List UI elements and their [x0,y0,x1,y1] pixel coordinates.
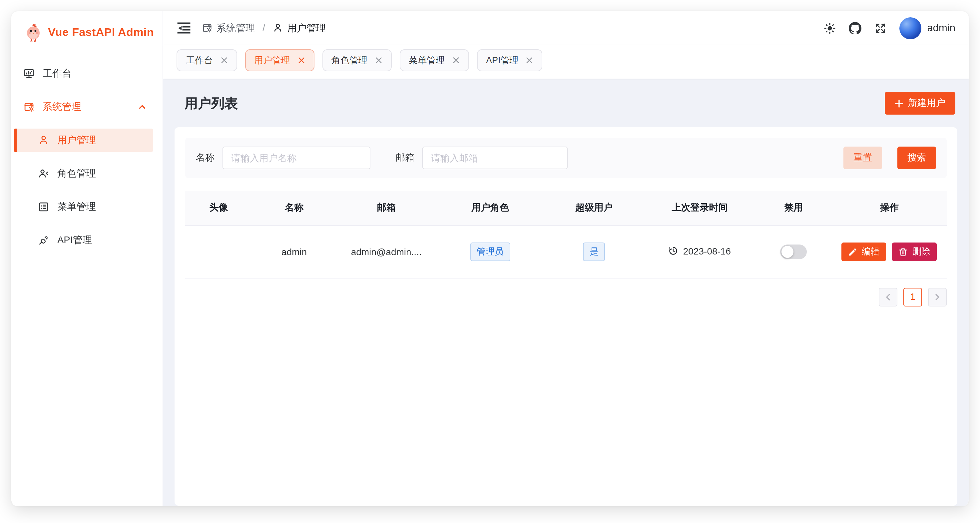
breadcrumb-label: 用户管理 [287,22,326,34]
table-header-row: 头像 名称 邮箱 用户角色 超级用户 上次登录时间 禁用 操作 [185,191,947,225]
toggle-knob [781,246,794,258]
email-filter-label: 邮箱 [396,152,414,164]
sidebar: Vue FastAPI Admin 工作台 [11,11,163,506]
pagination-next-button[interactable] [928,288,947,306]
sidebar-item-label: 菜单管理 [57,200,96,213]
sidebar-item-label: API管理 [57,234,92,246]
breadcrumb-item-users[interactable]: 用户管理 [272,22,326,34]
chevron-right-icon [933,293,941,301]
topbar-actions: admin [823,17,955,39]
system-settings-icon [23,101,35,113]
github-icon[interactable] [849,22,861,34]
breadcrumb-item-system[interactable]: 系统管理 [202,22,255,34]
menu-list-icon [38,201,49,213]
pagination: 1 [185,288,947,306]
table-card: 名称 邮箱 重置 搜索 [175,127,957,506]
cell-superuser: 是 [544,225,644,278]
close-icon[interactable] [526,57,533,64]
fullscreen-icon[interactable] [874,22,887,34]
main-area: 系统管理 / 用户管理 [163,11,969,506]
reset-button[interactable]: 重置 [843,146,882,169]
column-header-name: 名称 [252,191,336,225]
workbench-icon [23,68,35,79]
role-badge: 管理员 [470,243,510,261]
cell-actions: 编辑 删除 [832,225,947,278]
cell-name: admin [252,225,336,278]
column-header-email: 邮箱 [336,191,437,225]
close-icon[interactable] [375,57,382,64]
tab-label: 菜单管理 [409,54,445,66]
sidebar-item-workbench[interactable]: 工作台 [14,62,153,85]
sidebar-item-system[interactable]: 系统管理 [14,95,153,119]
cell-last-login: 2023-08-16 [644,225,755,278]
column-header-actions: 操作 [832,191,947,225]
cell-role: 管理员 [437,225,544,278]
users-table: 头像 名称 邮箱 用户角色 超级用户 上次登录时间 禁用 操作 [185,191,947,279]
name-filter-input[interactable] [223,146,371,169]
role-icon [38,168,49,179]
page-content: 用户列表 新建用户 名称 邮箱 重置 [163,79,969,506]
table-row: admin admin@admin.... 管理员 是 [185,225,947,278]
create-user-button[interactable]: 新建用户 [885,92,955,114]
tabs-bar: 工作台 用户管理 角色管理 菜单管理 API管理 [163,45,969,79]
sidebar-item-label: 角色管理 [57,167,96,180]
name-filter-label: 名称 [196,152,215,164]
close-icon[interactable] [298,57,305,64]
edit-button[interactable]: 编辑 [842,243,886,261]
close-icon[interactable] [220,57,228,64]
chick-logo-icon [25,23,42,42]
plus-icon [895,99,904,108]
sidebar-menu: 工作台 系统管理 [11,62,162,252]
chevron-up-icon [138,103,146,111]
column-header-avatar: 头像 [185,191,252,225]
create-user-label: 新建用户 [908,97,945,109]
search-button[interactable]: 搜索 [897,146,936,169]
avatar[interactable] [899,17,921,39]
stage: Vue FastAPI Admin 工作台 [0,0,980,523]
filter-bar: 名称 邮箱 重置 搜索 [185,138,947,178]
sidebar-item-apis[interactable]: API管理 [14,229,153,252]
tab-menus[interactable]: 菜单管理 [399,49,469,71]
delete-label: 删除 [912,246,931,258]
cell-disabled [755,225,832,278]
sidebar-item-users[interactable]: 用户管理 [14,129,153,152]
page-title: 用户列表 [185,94,238,112]
disabled-toggle[interactable] [780,245,807,259]
sidebar-item-label: 用户管理 [57,134,96,146]
system-settings-icon [202,23,213,33]
tab-roles[interactable]: 角色管理 [322,49,391,71]
cell-avatar [185,225,252,278]
last-login-value: 2023-08-16 [683,246,731,256]
tab-label: API管理 [486,54,519,66]
collapse-sidebar-icon[interactable] [177,21,191,35]
column-header-disabled: 禁用 [755,191,832,225]
tab-workbench[interactable]: 工作台 [177,49,237,71]
tab-apis[interactable]: API管理 [477,49,542,71]
user-menu[interactable]: admin [899,17,955,39]
sidebar-item-label: 系统管理 [43,100,81,113]
email-filter-input[interactable] [422,146,568,169]
delete-button[interactable]: 删除 [892,243,937,261]
sidebar-item-roles[interactable]: 角色管理 [14,162,153,185]
pagination-prev-button[interactable] [879,288,897,306]
topbar: 系统管理 / 用户管理 [163,11,969,45]
pencil-icon [848,248,857,256]
username: admin [928,22,955,34]
theme-toggle-sun-icon[interactable] [823,22,836,34]
sidebar-item-menus[interactable]: 菜单管理 [14,195,153,219]
api-plug-icon [38,235,49,246]
pagination-page-1[interactable]: 1 [904,288,922,306]
user-icon [38,135,49,146]
column-header-superuser: 超级用户 [544,191,644,225]
column-header-role: 用户角色 [437,191,544,225]
clock-history-icon [668,246,679,256]
filter-actions: 重置 搜索 [843,146,936,169]
tab-label: 用户管理 [254,54,290,66]
tab-users[interactable]: 用户管理 [245,49,314,71]
breadcrumb-label: 系统管理 [216,22,255,34]
logo-title: Vue FastAPI Admin [48,26,154,39]
close-icon[interactable] [452,57,459,64]
tab-label: 工作台 [186,54,213,66]
breadcrumb-separator: / [262,23,265,33]
superuser-badge: 是 [583,243,605,261]
